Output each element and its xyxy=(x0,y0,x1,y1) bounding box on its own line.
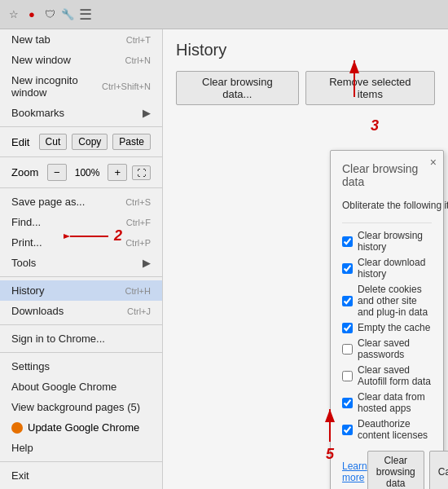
checkbox-passwords-input[interactable] xyxy=(342,344,353,355)
menu-item-bookmarks[interactable]: Bookmarks ▶ xyxy=(0,103,162,123)
bookmarks-arrow-icon: ▶ xyxy=(143,107,151,119)
checkbox-download-history-label: Clear download history xyxy=(358,257,432,280)
menu-item-settings[interactable]: Settings xyxy=(0,356,162,377)
checkbox-cookies: Delete cookies and other site and plug-i… xyxy=(342,284,432,318)
menu-divider-5 xyxy=(0,324,162,325)
menu-item-save[interactable]: Save page as... Ctrl+S xyxy=(0,192,162,212)
learn-more-link[interactable]: Learn more xyxy=(342,460,367,483)
zoom-controls: − 100% + ⛶ xyxy=(47,164,151,181)
menu-item-exit-label: Exit xyxy=(11,469,29,482)
menu-zoom-row: Zoom − 100% + ⛶ xyxy=(0,161,162,184)
annotation-2-label: 2 xyxy=(49,227,122,244)
menu-item-new-window[interactable]: New window Ctrl+N xyxy=(0,50,162,70)
obliterate-row: Obliterate the following items from: the… xyxy=(342,196,432,214)
annotation-5-label: 5 xyxy=(310,446,350,463)
menu-item-about-label: About Google Chrome xyxy=(11,381,116,393)
checkbox-cookies-input[interactable] xyxy=(342,296,353,306)
dialog-action-buttons: Clear browsing data Cancel xyxy=(367,451,448,489)
menu-icon[interactable]: ☰ xyxy=(78,7,93,22)
menu-item-history-shortcut: Ctrl+H xyxy=(125,286,151,296)
star-icon[interactable]: ☆ xyxy=(7,7,21,22)
menu-item-downloads-shortcut: Ctrl+J xyxy=(127,306,151,316)
menu-item-background-label: View background pages (5) xyxy=(11,401,140,413)
menu-item-help[interactable]: Help xyxy=(0,438,162,458)
arrow-2-svg xyxy=(64,224,112,249)
checkbox-download-history: Clear download history xyxy=(342,257,432,280)
checkbox-download-history-input[interactable] xyxy=(342,263,353,274)
menu-item-find-shortcut: Ctrl+F xyxy=(126,218,151,227)
dialog-close-button[interactable]: × xyxy=(430,156,437,169)
annotation-5-container: 5 xyxy=(310,403,350,463)
checkbox-passwords-label: Clear saved passwords xyxy=(358,337,432,360)
zoom-in-button[interactable]: + xyxy=(108,164,127,181)
checkbox-licenses-label: Deauthorize content licenses xyxy=(358,418,432,441)
dialog-clear-button[interactable]: Clear browsing data xyxy=(367,451,424,489)
update-icon xyxy=(11,422,23,434)
opera-icon[interactable]: ● xyxy=(24,7,39,22)
menu-divider-1 xyxy=(0,126,162,127)
arrow-5-svg xyxy=(310,403,350,443)
fullscreen-button[interactable]: ⛶ xyxy=(132,165,151,180)
wrench-icon[interactable]: 🔧 xyxy=(60,7,75,22)
zoom-out-button[interactable]: − xyxy=(47,164,67,181)
checkbox-browsing-history-label: Clear browsing history xyxy=(358,230,432,253)
checkbox-licenses: Deauthorize content licenses xyxy=(342,418,432,441)
paste-button[interactable]: Paste xyxy=(112,134,151,150)
annotation-3-label: 3 xyxy=(371,117,379,134)
browser-bar: ☆ ● 🛡 🔧 ☰ xyxy=(0,0,448,29)
checkbox-autofill-label: Clear saved Autofill form data xyxy=(358,364,432,387)
checkbox-browsing-history-input[interactable] xyxy=(342,236,353,247)
history-action-buttons: Clear browsing data... Remove selected i… xyxy=(176,71,435,105)
menu-item-exit[interactable]: Exit xyxy=(0,465,162,486)
menu-divider-2 xyxy=(0,156,162,157)
dialog-divider xyxy=(342,222,432,223)
checkbox-hosted-apps: Clear data from hosted apps xyxy=(342,391,432,414)
menu-divider-3 xyxy=(0,187,162,188)
menu-divider-6 xyxy=(0,352,162,353)
tools-arrow-icon: ▶ xyxy=(143,257,151,269)
menu-item-signin-label: Sign in to Chrome... xyxy=(11,333,105,345)
menu-item-update-label: Update Google Chrome xyxy=(28,421,139,434)
menu-item-downloads[interactable]: Downloads Ctrl+J xyxy=(0,301,162,321)
menu-item-background[interactable]: View background pages (5) xyxy=(0,397,162,417)
menu-item-history[interactable]: History Ctrl+H xyxy=(0,280,162,301)
checkbox-hosted-apps-label: Clear data from hosted apps xyxy=(358,391,432,414)
checkbox-cache-label: Empty the cache xyxy=(358,322,430,333)
dialog-title: Clear browsing data xyxy=(342,162,432,188)
menu-item-new-tab[interactable]: New tab Ctrl+T xyxy=(0,29,162,50)
menu-item-incognito-label: New incognito window xyxy=(11,74,102,99)
shield-icon[interactable]: 🛡 xyxy=(42,7,57,22)
checkbox-cache: Empty the cache xyxy=(342,322,432,333)
zoom-label: Zoom xyxy=(11,166,38,178)
menu-item-history-label: History xyxy=(11,284,44,297)
cut-button[interactable]: Cut xyxy=(39,134,68,150)
menu-item-new-window-shortcut: Ctrl+N xyxy=(125,55,151,65)
menu-item-update[interactable]: Update Google Chrome xyxy=(0,417,162,438)
menu-edit-row: Edit Cut Copy Paste xyxy=(0,130,162,153)
edit-label: Edit xyxy=(11,136,29,148)
menu-item-save-shortcut: Ctrl+S xyxy=(125,197,151,207)
dialog-footer: Learn more Clear browsing data Cancel xyxy=(342,451,432,489)
menu-item-bookmarks-label: Bookmarks xyxy=(11,107,64,119)
menu-item-print-shortcut: Ctrl+P xyxy=(125,238,151,248)
menu-item-signin[interactable]: Sign in to Chrome... xyxy=(0,328,162,349)
dialog-cancel-button[interactable]: Cancel xyxy=(429,451,448,489)
menu-item-find-label: Find... xyxy=(11,216,41,228)
menu-item-incognito-shortcut: Ctrl+Shift+N xyxy=(102,82,151,91)
menu-item-about[interactable]: About Google Chrome xyxy=(0,377,162,397)
clear-browsing-data-button[interactable]: Clear browsing data... xyxy=(176,71,299,105)
menu-item-downloads-label: Downloads xyxy=(11,305,64,317)
menu-item-incognito[interactable]: New incognito window Ctrl+Shift+N xyxy=(0,70,162,103)
menu-item-tools[interactable]: Tools ▶ xyxy=(0,253,162,273)
zoom-value: 100% xyxy=(72,167,103,178)
checkbox-cache-input[interactable] xyxy=(342,323,353,333)
checkbox-cookies-label: Delete cookies and other site and plug-i… xyxy=(358,284,432,318)
checkbox-browsing-history: Clear browsing history xyxy=(342,230,432,253)
menu-item-tools-label: Tools xyxy=(11,257,36,269)
copy-button[interactable]: Copy xyxy=(72,134,108,150)
browser-icons: ☆ ● 🛡 🔧 ☰ xyxy=(7,7,93,22)
menu-item-new-tab-shortcut: Ctrl+T xyxy=(126,35,151,45)
checkbox-autofill-input[interactable] xyxy=(342,371,353,381)
menu-divider-7 xyxy=(0,461,162,462)
checkbox-autofill: Clear saved Autofill form data xyxy=(342,364,432,387)
